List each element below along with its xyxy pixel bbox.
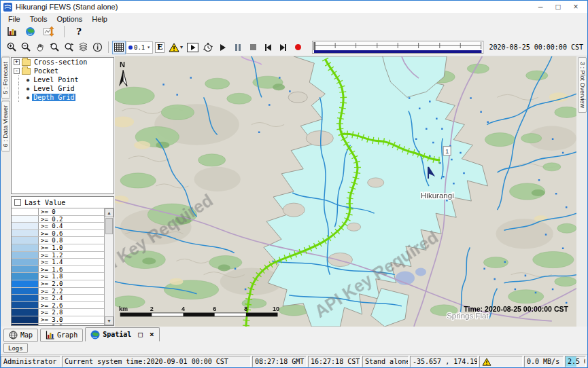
pause-button[interactable]: [230, 41, 245, 54]
tree-item-level-point[interactable]: ●Level Point: [12, 75, 114, 84]
tree-expander-icon[interactable]: -: [14, 68, 20, 74]
maximize-button[interactable]: □: [549, 1, 567, 12]
zoom-in-icon: [7, 42, 17, 52]
tree-expander-icon[interactable]: +: [14, 59, 20, 65]
warning-icon: [169, 43, 179, 52]
globe-icon: [25, 26, 35, 37]
logs-button[interactable]: Logs: [3, 343, 28, 353]
legend-row: >= 1.6: [12, 266, 104, 274]
legend-scrollbar[interactable]: ▲ ▼: [105, 208, 114, 325]
layers-button[interactable]: [76, 41, 90, 54]
legend-swatch: [12, 244, 39, 251]
last-value-checkbox[interactable]: [14, 199, 21, 206]
legend-label: >= 0.4: [39, 223, 104, 229]
spatial-display-button[interactable]: [41, 25, 56, 39]
pan-button[interactable]: [33, 41, 48, 54]
info-icon: [92, 42, 103, 52]
legend-label: >= 2.8: [39, 309, 104, 316]
close-button[interactable]: ×: [567, 1, 585, 12]
menu-tools[interactable]: Tools: [25, 15, 52, 23]
tab-plot-overview[interactable]: 3 : Plot Overview: [578, 57, 587, 113]
legend-row: >= 0.4: [12, 223, 104, 230]
node-bullet-icon: ●: [27, 77, 29, 83]
scroll-up-icon[interactable]: ▲: [105, 208, 114, 217]
legend-editor-button[interactable]: E: [153, 41, 167, 54]
tab-graph-label: Graph: [57, 331, 77, 339]
zoom-out-button[interactable]: [19, 41, 33, 54]
help-button[interactable]: ?: [72, 25, 86, 39]
minimize-button[interactable]: –: [532, 1, 549, 12]
menu-file[interactable]: File: [3, 15, 25, 23]
graph-icon: [46, 331, 54, 339]
map-display-button[interactable]: [23, 25, 37, 39]
explorer-button[interactable]: [5, 25, 19, 39]
last-value-label: Last Value: [24, 199, 65, 206]
legend-swatch: [12, 259, 39, 265]
info-button[interactable]: [90, 41, 105, 54]
tree-item-pocket[interactable]: -Pocket: [12, 67, 114, 75]
tree-item-depth-grid[interactable]: ●Depth Grid: [12, 93, 114, 102]
svg-text:km: km: [119, 306, 128, 312]
legend-swatch: [12, 309, 39, 316]
play-button[interactable]: [215, 41, 230, 54]
svg-text:10: 10: [273, 306, 279, 312]
tab-spatial[interactable]: Spatial □ ×: [85, 327, 159, 342]
grid-display-button[interactable]: [112, 41, 126, 54]
tab-label: 5 : Forecast: [2, 62, 9, 94]
svg-text:N: N: [120, 60, 125, 69]
legend-swatch: [12, 273, 39, 280]
zoom-next-icon: [64, 42, 74, 52]
tree-item-cross-section[interactable]: +Cross-section: [12, 58, 114, 67]
legend-swatch: [12, 266, 39, 273]
legend-row: >= 2.2: [12, 288, 104, 295]
point-dot-icon: [128, 45, 133, 50]
status-download-rate: 0.0 MB/s: [524, 356, 564, 367]
window-title: Hikurangi FEWS (Stand alone): [16, 3, 118, 11]
animation-settings-button[interactable]: [201, 41, 215, 54]
stop-icon: [250, 44, 256, 50]
legend-swatch: [12, 237, 39, 244]
tree-item-level-grid[interactable]: ●Level Grid: [12, 84, 114, 93]
legend-label: >= 1.8: [39, 273, 104, 280]
record-icon: [295, 44, 301, 50]
legend-row: >= 3.0: [12, 316, 104, 324]
tab-graph[interactable]: Graph: [40, 329, 83, 342]
tab-map[interactable]: Map: [3, 329, 38, 342]
tree-connector: [18, 93, 27, 102]
zoom-in-button[interactable]: [5, 41, 19, 54]
classification-dropdown[interactable]: 0.1 ▾: [126, 41, 153, 54]
data-viewer-panel: +Cross-section-Pocket●Level Point●Level …: [10, 56, 115, 327]
tab-5-forecast[interactable]: 5 : Forecast: [1, 57, 10, 99]
menu-options[interactable]: Options: [52, 15, 87, 23]
timeline-slider[interactable]: [312, 41, 483, 54]
status-warning[interactable]: [479, 356, 523, 367]
zoom-previous-button[interactable]: [48, 41, 62, 54]
legend-swatch: [12, 252, 39, 259]
chevron-down-icon: ▾: [147, 44, 150, 50]
restore-panel-icon[interactable]: □: [138, 330, 143, 339]
pause-icon: [235, 44, 241, 51]
movie-export-button[interactable]: [185, 41, 201, 54]
record-button[interactable]: [290, 41, 305, 54]
toolbar-separator: [108, 41, 109, 53]
map-canvas[interactable]: 1 API Key Required API Key Required Hiku…: [115, 56, 576, 327]
tree-connector: [18, 84, 27, 93]
legend-editor-icon: E: [155, 42, 165, 53]
skip-to-end-button[interactable]: [275, 41, 290, 54]
status-coordinates: -35.657 , 174.199: [410, 356, 478, 367]
close-panel-icon[interactable]: ×: [150, 330, 154, 339]
thresholds-dropdown[interactable]: ▾: [167, 41, 185, 54]
folder-icon: [22, 59, 31, 66]
zoom-next-button[interactable]: [62, 41, 76, 54]
scrollbar-track[interactable]: [105, 235, 114, 316]
scroll-down-icon[interactable]: ▼: [105, 316, 114, 325]
tree-item-label: Cross-section: [33, 58, 88, 66]
scrollbar-thumb[interactable]: [105, 218, 113, 234]
menu-help[interactable]: Help: [87, 15, 112, 23]
tab-6-data-viewer[interactable]: 6 : Data Viewer: [1, 100, 10, 151]
skip-to-start-button[interactable]: [260, 41, 275, 54]
node-bullet-icon: ●: [27, 95, 29, 100]
stop-button[interactable]: [245, 41, 260, 54]
legend-panel: Last Value >= 0>= 0.2>= 0.4>= 0.6>= 0.8>…: [11, 196, 114, 326]
highway-shield: 1: [443, 147, 451, 155]
